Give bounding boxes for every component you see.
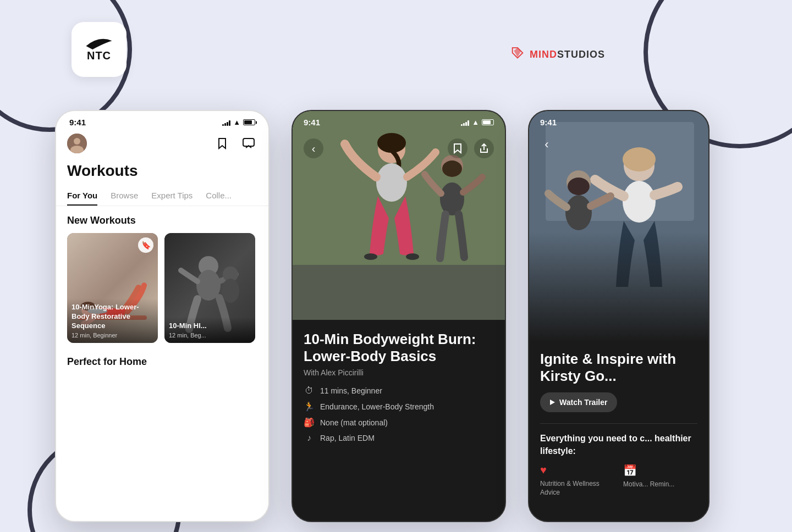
yoga-card-meta: 12 min, Beginner: [72, 332, 153, 339]
status-bar-1: 9:41 ▲: [56, 111, 268, 129]
inspire-image: 9:41 ‹: [529, 111, 708, 342]
mindstudios-name: MINDSTUDIOS: [530, 49, 605, 60]
svg-point-30: [565, 195, 592, 230]
svg-rect-14: [293, 265, 505, 320]
nike-swoosh-icon: [85, 37, 113, 49]
phone1-content: New Workouts: [56, 206, 268, 521]
yoga-workout-card[interactable]: 🔖 10-MinYoga: Lower-Body Restorative Seq…: [67, 233, 158, 343]
nike-ntc-app-icon: NTC: [72, 22, 127, 77]
detail-music: Rap, Latin EDM: [320, 434, 375, 442]
calendar-icon: 📅: [623, 464, 697, 477]
mindstudios-icon: [510, 47, 525, 62]
header-action-icons: [213, 135, 257, 152]
ntc-label: NTC: [87, 49, 111, 62]
detail-row-duration: ⏱ 11 mins, Beginner: [304, 386, 494, 396]
tab-for-you[interactable]: For You: [67, 186, 97, 206]
detail-row-type: 🏃 Endurance, Lower-Body Strength: [304, 401, 494, 412]
hiit-card-name: 10-Min HI...: [169, 322, 251, 331]
feature-nutrition: ♥ Nutrition & Wellness Advice: [540, 464, 614, 497]
phone-2-detail: 9:41 ▲: [292, 110, 506, 522]
mindstudios-logo: MINDSTUDIOS: [510, 47, 605, 62]
nutrition-label: Nutrition & Wellness Advice: [540, 480, 614, 497]
phone2-details: 10-Min Bodyweight Burn: Lower-Body Basic…: [293, 320, 505, 521]
wifi-icon-1: ▲: [233, 118, 240, 126]
back-button-3[interactable]: ‹: [538, 136, 556, 153]
yoga-card-name: 10-MinYoga: Lower-Body Restorative Seque…: [72, 303, 153, 331]
phone-3-inspire: 9:41 ‹ Ignite & Inspire with Kirsty Go..…: [528, 110, 710, 522]
heart-icon: ♥: [540, 464, 614, 476]
hiit-card-meta: 12 min, Beg...: [169, 332, 251, 339]
motivation-label: Motiva... Remin...: [623, 480, 697, 489]
status-bar-3: 9:41: [529, 111, 708, 129]
detail-row-music: ♪ Rap, Latin EDM: [304, 433, 494, 443]
watch-trailer-button[interactable]: Watch Trailer: [540, 392, 617, 412]
workouts-page-title: Workouts: [56, 160, 268, 186]
workout-cards-row: 🔖 10-MinYoga: Lower-Body Restorative Seq…: [67, 233, 257, 343]
inspire-title: Ignite & Inspire with Kirsty Go...: [540, 351, 697, 385]
workout-detail-image: 9:41 ▲: [293, 111, 505, 320]
card-overlay-hiit: 10-Min HI... 12 min, Beg...: [164, 317, 255, 343]
bookmark-button-2[interactable]: [448, 138, 468, 158]
phones-container: 9:41 ▲: [55, 110, 710, 522]
svg-point-29: [568, 178, 590, 195]
running-icon: 🏃: [304, 401, 315, 412]
phone-1-workouts: 9:41 ▲: [55, 110, 270, 522]
new-workouts-title: New Workouts: [67, 215, 257, 226]
phone-1-screen: 9:41 ▲: [56, 111, 268, 521]
watch-trailer-label: Watch Trailer: [559, 398, 607, 407]
message-icon[interactable]: [240, 135, 257, 152]
detail-equipment: None (mat optional): [320, 418, 388, 427]
workout-instructor: With Alex Piccirilli: [304, 368, 494, 377]
phone-2-screen: 9:41 ▲: [293, 111, 505, 521]
action-buttons-2: [448, 138, 494, 158]
workout-main-title: 10-Min Bodyweight Burn: Lower-Body Basic…: [304, 331, 494, 365]
status-time-1: 9:41: [69, 118, 86, 127]
svg-point-12: [222, 279, 239, 303]
everything-section: Everything you need to c... healthier li…: [540, 423, 697, 497]
svg-point-22: [440, 182, 464, 215]
detail-type: Endurance, Lower-Body Strength: [320, 402, 434, 411]
detail-row-equipment: 🎒 None (mat optional): [304, 417, 494, 428]
equipment-icon: 🎒: [304, 417, 315, 428]
feature-motivation: 📅 Motiva... Remin...: [623, 464, 697, 497]
status-time-3: 9:41: [540, 118, 557, 127]
back-button-2[interactable]: ‹: [304, 138, 323, 158]
svg-point-27: [623, 181, 656, 223]
svg-point-18: [364, 253, 377, 260]
phone-3-screen: 9:41 ‹ Ignite & Inspire with Kirsty Go..…: [529, 111, 708, 521]
signal-icon-1: [222, 119, 230, 126]
svg-point-26: [623, 147, 656, 171]
detail-duration: 11 mins, Beginner: [320, 386, 382, 395]
music-icon: ♪: [304, 433, 315, 443]
play-icon: [550, 400, 555, 405]
hiit-workout-card[interactable]: 10-Min HI... 12 min, Beg...: [164, 233, 255, 343]
feature-grid: ♥ Nutrition & Wellness Advice 📅 Motiva..…: [540, 464, 697, 497]
battery-icon-1: [243, 119, 255, 125]
tab-browse[interactable]: Browse: [111, 186, 138, 206]
workout-tabs: For You Browse Expert Tips Colle...: [56, 186, 268, 206]
clock-icon: ⏱: [304, 386, 315, 396]
avatar: [67, 134, 87, 153]
perfect-home-title: Perfect for Home: [67, 356, 257, 368]
phone2-navigation: ‹: [293, 111, 505, 164]
share-button-2[interactable]: [474, 138, 494, 158]
tab-collections[interactable]: Colle...: [206, 186, 232, 206]
card-bookmark-btn[interactable]: 🔖: [138, 237, 153, 253]
svg-point-1: [74, 138, 80, 145]
status-icons-1: ▲: [222, 118, 255, 126]
phone3-content: Ignite & Inspire with Kirsty Go... Watch…: [529, 342, 708, 521]
phone1-header: [56, 129, 268, 160]
everything-title: Everything you need to c... healthier li…: [540, 433, 697, 457]
card-overlay-yoga: 10-MinYoga: Lower-Body Restorative Seque…: [67, 298, 158, 343]
svg-point-17: [376, 163, 407, 202]
tab-expert-tips[interactable]: Expert Tips: [151, 186, 193, 206]
svg-point-19: [406, 253, 419, 260]
bookmark-header-icon[interactable]: [213, 135, 231, 152]
